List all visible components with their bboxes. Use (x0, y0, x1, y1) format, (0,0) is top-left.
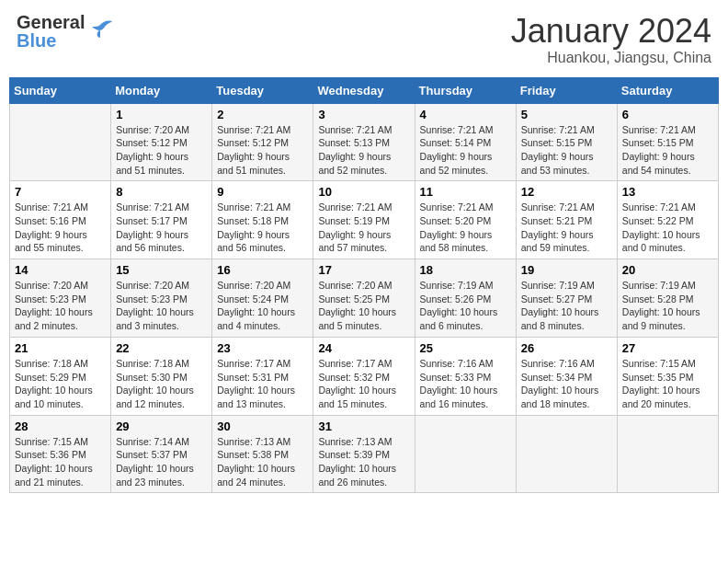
calendar-cell: 16Sunrise: 7:20 AM Sunset: 5:24 PM Dayli… (212, 259, 313, 338)
day-info: Sunrise: 7:21 AM Sunset: 5:16 PM Dayligh… (15, 201, 106, 255)
calendar-cell: 19Sunrise: 7:19 AM Sunset: 5:27 PM Dayli… (516, 259, 617, 338)
calendar-cell: 30Sunrise: 7:13 AM Sunset: 5:38 PM Dayli… (212, 415, 313, 493)
logo-bird-icon (86, 17, 114, 45)
day-info: Sunrise: 7:17 AM Sunset: 5:31 PM Dayligh… (217, 357, 308, 411)
calendar-cell: 6Sunrise: 7:21 AM Sunset: 5:15 PM Daylig… (617, 103, 718, 181)
day-number: 30 (217, 419, 308, 433)
column-header-saturday: Saturday (617, 77, 718, 103)
day-info: Sunrise: 7:20 AM Sunset: 5:23 PM Dayligh… (116, 279, 207, 333)
day-info: Sunrise: 7:18 AM Sunset: 5:29 PM Dayligh… (15, 357, 106, 411)
day-info: Sunrise: 7:21 AM Sunset: 5:17 PM Dayligh… (116, 201, 207, 255)
day-info: Sunrise: 7:14 AM Sunset: 5:37 PM Dayligh… (116, 435, 207, 489)
calendar-cell: 8Sunrise: 7:21 AM Sunset: 5:17 PM Daylig… (111, 181, 212, 259)
day-number: 15 (116, 263, 207, 277)
day-number: 21 (15, 341, 106, 355)
calendar-cell: 10Sunrise: 7:21 AM Sunset: 5:19 PM Dayli… (313, 181, 415, 259)
column-header-friday: Friday (516, 77, 617, 103)
calendar-cell: 20Sunrise: 7:19 AM Sunset: 5:28 PM Dayli… (617, 259, 718, 338)
column-header-tuesday: Tuesday (212, 77, 313, 103)
calendar-cell: 23Sunrise: 7:17 AM Sunset: 5:31 PM Dayli… (212, 337, 313, 415)
day-number: 20 (622, 263, 713, 277)
day-number: 29 (116, 419, 207, 433)
day-number: 9 (217, 185, 308, 199)
calendar-cell: 12Sunrise: 7:21 AM Sunset: 5:21 PM Dayli… (516, 181, 617, 259)
day-number: 12 (521, 185, 612, 199)
calendar-cell: 18Sunrise: 7:19 AM Sunset: 5:26 PM Dayli… (415, 259, 516, 338)
day-info: Sunrise: 7:21 AM Sunset: 5:21 PM Dayligh… (521, 201, 612, 255)
day-number: 23 (217, 341, 308, 355)
day-info: Sunrise: 7:13 AM Sunset: 5:39 PM Dayligh… (318, 435, 409, 489)
calendar-cell: 15Sunrise: 7:20 AM Sunset: 5:23 PM Dayli… (111, 259, 212, 338)
week-row-4: 21Sunrise: 7:18 AM Sunset: 5:29 PM Dayli… (10, 337, 719, 415)
day-number: 25 (420, 341, 511, 355)
day-number: 18 (420, 263, 511, 277)
calendar-cell (10, 103, 111, 181)
month-title: January 2024 (511, 13, 711, 50)
calendar-cell: 17Sunrise: 7:20 AM Sunset: 5:25 PM Dayli… (313, 259, 415, 338)
calendar-cell: 13Sunrise: 7:21 AM Sunset: 5:22 PM Dayli… (617, 181, 718, 259)
day-info: Sunrise: 7:21 AM Sunset: 5:18 PM Dayligh… (217, 201, 308, 255)
calendar-cell: 14Sunrise: 7:20 AM Sunset: 5:23 PM Dayli… (10, 259, 111, 338)
calendar-cell: 5Sunrise: 7:21 AM Sunset: 5:15 PM Daylig… (516, 103, 617, 181)
day-info: Sunrise: 7:20 AM Sunset: 5:25 PM Dayligh… (318, 279, 409, 333)
day-number: 24 (318, 341, 409, 355)
day-number: 31 (318, 419, 409, 433)
day-number: 4 (420, 108, 511, 121)
calendar-cell: 1Sunrise: 7:20 AM Sunset: 5:12 PM Daylig… (111, 103, 212, 181)
day-info: Sunrise: 7:15 AM Sunset: 5:35 PM Dayligh… (622, 357, 713, 411)
calendar-cell (617, 415, 718, 493)
calendar-cell: 21Sunrise: 7:18 AM Sunset: 5:29 PM Dayli… (10, 337, 111, 415)
day-number: 1 (116, 108, 207, 121)
column-header-wednesday: Wednesday (313, 77, 415, 103)
day-info: Sunrise: 7:19 AM Sunset: 5:26 PM Dayligh… (420, 279, 511, 333)
day-info: Sunrise: 7:18 AM Sunset: 5:30 PM Dayligh… (116, 357, 207, 411)
day-number: 14 (15, 263, 106, 277)
day-number: 16 (217, 263, 308, 277)
day-info: Sunrise: 7:19 AM Sunset: 5:28 PM Dayligh… (622, 279, 713, 333)
day-info: Sunrise: 7:21 AM Sunset: 5:12 PM Dayligh… (217, 123, 308, 178)
calendar-cell: 22Sunrise: 7:18 AM Sunset: 5:30 PM Dayli… (111, 337, 212, 415)
day-number: 3 (318, 108, 409, 121)
day-info: Sunrise: 7:19 AM Sunset: 5:27 PM Dayligh… (521, 279, 612, 333)
calendar-cell: 27Sunrise: 7:15 AM Sunset: 5:35 PM Dayli… (617, 337, 718, 415)
logo-text-general: General (17, 13, 85, 31)
logo: General Blue (17, 13, 114, 50)
day-number: 8 (116, 185, 207, 199)
calendar-cell: 24Sunrise: 7:17 AM Sunset: 5:32 PM Dayli… (313, 337, 415, 415)
day-number: 13 (622, 185, 713, 199)
calendar-cell: 26Sunrise: 7:16 AM Sunset: 5:34 PM Dayli… (516, 337, 617, 415)
calendar-header-row: SundayMondayTuesdayWednesdayThursdayFrid… (10, 77, 719, 103)
day-number: 5 (521, 108, 612, 121)
day-number: 22 (116, 341, 207, 355)
column-header-thursday: Thursday (415, 77, 516, 103)
calendar-cell: 3Sunrise: 7:21 AM Sunset: 5:13 PM Daylig… (313, 103, 415, 181)
calendar-cell: 31Sunrise: 7:13 AM Sunset: 5:39 PM Dayli… (313, 415, 415, 493)
calendar-cell: 4Sunrise: 7:21 AM Sunset: 5:14 PM Daylig… (415, 103, 516, 181)
day-number: 28 (15, 419, 106, 433)
week-row-2: 7Sunrise: 7:21 AM Sunset: 5:16 PM Daylig… (10, 181, 719, 259)
day-number: 19 (521, 263, 612, 277)
day-info: Sunrise: 7:20 AM Sunset: 5:24 PM Dayligh… (217, 279, 308, 333)
day-info: Sunrise: 7:21 AM Sunset: 5:19 PM Dayligh… (318, 201, 409, 255)
week-row-3: 14Sunrise: 7:20 AM Sunset: 5:23 PM Dayli… (10, 259, 719, 338)
day-info: Sunrise: 7:21 AM Sunset: 5:14 PM Dayligh… (420, 123, 511, 178)
calendar-table: SundayMondayTuesdayWednesdayThursdayFrid… (9, 77, 719, 494)
day-number: 7 (15, 185, 106, 199)
page-header: General Blue January 2024 Huankou, Jiang… (9, 9, 719, 70)
day-info: Sunrise: 7:15 AM Sunset: 5:36 PM Dayligh… (15, 435, 106, 489)
day-number: 17 (318, 263, 409, 277)
calendar-cell: 25Sunrise: 7:16 AM Sunset: 5:33 PM Dayli… (415, 337, 516, 415)
week-row-1: 1Sunrise: 7:20 AM Sunset: 5:12 PM Daylig… (10, 103, 719, 181)
day-number: 11 (420, 185, 511, 199)
calendar-cell: 29Sunrise: 7:14 AM Sunset: 5:37 PM Dayli… (111, 415, 212, 493)
day-info: Sunrise: 7:21 AM Sunset: 5:20 PM Dayligh… (420, 201, 511, 255)
day-info: Sunrise: 7:20 AM Sunset: 5:23 PM Dayligh… (15, 279, 106, 333)
calendar-cell: 2Sunrise: 7:21 AM Sunset: 5:12 PM Daylig… (212, 103, 313, 181)
day-info: Sunrise: 7:20 AM Sunset: 5:12 PM Dayligh… (116, 123, 207, 178)
logo-text-blue: Blue (17, 31, 85, 50)
calendar-cell (415, 415, 516, 493)
calendar-cell (516, 415, 617, 493)
day-info: Sunrise: 7:21 AM Sunset: 5:13 PM Dayligh… (318, 123, 409, 178)
day-number: 27 (622, 341, 713, 355)
calendar-cell: 11Sunrise: 7:21 AM Sunset: 5:20 PM Dayli… (415, 181, 516, 259)
